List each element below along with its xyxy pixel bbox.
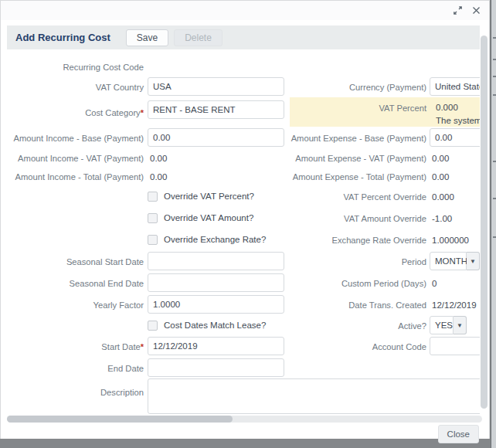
amount-expense-vat-label: Amount Expense - VAT (Payment) — [295, 154, 426, 163]
add-recurring-cost-dialog: Add Recurring Cost Save Delete Recurring… — [0, 0, 490, 439]
cost-dates-match-lease-label: Cost Dates Match Lease? — [164, 321, 266, 330]
override-vat-percent-label: Override VAT Percent? — [164, 192, 254, 201]
row-end-date: End Date — [7, 357, 480, 378]
vat-country-input[interactable] — [148, 77, 284, 96]
row-seasonal-end-custom-period: Seasonal End Date Custom Period (Days) 0 — [7, 272, 480, 294]
amount-income-vat-label: Amount Income - VAT (Payment) — [18, 154, 144, 163]
background-content-fragment — [493, 94, 496, 96]
period-dropdown-arrow-icon[interactable]: ▼ — [467, 252, 480, 270]
row-override-vat-percent: Override VAT Percent? VAT Percent Overri… — [7, 185, 480, 207]
active-dropdown-arrow-icon[interactable]: ▼ — [454, 316, 467, 334]
vat-percent-message: The system did — [436, 116, 480, 125]
period-select-value: MONTH — [430, 252, 467, 270]
seasonal-end-date-input[interactable] — [148, 273, 284, 292]
cost-dates-match-lease-checkbox[interactable] — [148, 321, 158, 331]
start-date-input[interactable] — [148, 337, 284, 355]
recurring-cost-form: Recurring Cost Code VAT Country Currency… — [7, 49, 480, 414]
custom-period-days-value: 0 — [430, 279, 437, 288]
amount-expense-total-label: Amount Expense - Total (Payment) — [293, 172, 426, 182]
background-content-fragment — [493, 59, 496, 60]
page-title: Add Recurring Cost — [15, 32, 110, 43]
yearly-factor-input[interactable] — [148, 295, 284, 314]
horizontal-scrollbar-thumb[interactable] — [7, 416, 233, 423]
period-select[interactable]: MONTH ▼ — [430, 252, 480, 270]
description-textarea[interactable] — [148, 378, 480, 414]
amount-income-total-label: Amount Income - Total (Payment) — [15, 172, 144, 182]
vat-percent-override-label: VAT Percent Override — [343, 192, 426, 202]
currency-payment-label: Currency (Payment) — [349, 83, 426, 92]
end-date-input[interactable] — [148, 358, 284, 377]
close-icon[interactable] — [471, 5, 482, 16]
custom-period-days-label: Custom Period (Days) — [341, 279, 426, 288]
account-code-input[interactable] — [430, 337, 480, 355]
amount-expense-total-value: 0.00 — [430, 172, 449, 182]
row-override-vat-amount: Override VAT Amount? VAT Amount Override… — [7, 207, 480, 229]
vat-percent-highlight: VAT Percent 0.000 The system did — [290, 97, 480, 127]
dialog-titlebar — [1, 1, 489, 20]
date-trans-created-label: Date Trans. Created — [348, 300, 426, 310]
active-select-value: YES — [430, 316, 454, 334]
override-vat-amount-checkbox[interactable] — [148, 213, 158, 223]
yearly-factor-label: Yearly Factor — [93, 300, 144, 310]
form-viewport: Recurring Cost Code VAT Country Currency… — [7, 49, 480, 414]
override-exchange-rate-label: Override Exchange Rate? — [164, 235, 266, 244]
override-exchange-rate-checkbox[interactable] — [148, 235, 158, 245]
background-content-fragment — [493, 37, 496, 39]
amount-income-vat-value: 0.00 — [148, 154, 167, 163]
amount-income-base-input[interactable] — [148, 128, 284, 147]
close-button[interactable]: Close — [438, 425, 479, 443]
row-seasonal-start-period: Seasonal Start Date Period MONTH ▼ — [7, 250, 480, 272]
override-vat-percent-checkbox[interactable] — [148, 192, 158, 202]
recurring-cost-code-label: Recurring Cost Code — [63, 63, 144, 72]
vat-amount-override-label: VAT Amount Override — [344, 214, 426, 223]
row-cost-dates-active: Cost Dates Match Lease? Active? YES ▼ — [7, 315, 480, 335]
date-trans-created-value: 12/12/2019 — [430, 300, 477, 310]
start-date-label: Start Date — [101, 342, 140, 351]
delete-button[interactable]: Delete — [174, 29, 223, 46]
row-amount-total: Amount Income - Total (Payment) 0.00 Amo… — [7, 167, 480, 185]
row-yearly-factor-date-created: Yearly Factor Date Trans. Created 12/12/… — [7, 294, 480, 315]
background-page-strip — [491, 0, 496, 448]
row-amount-base: Amount Income - Base (Payment) Amount Ex… — [7, 127, 480, 148]
cost-category-input[interactable] — [148, 100, 284, 119]
background-content-fragment — [493, 161, 496, 162]
seasonal-end-date-label: Seasonal End Date — [70, 279, 144, 288]
amount-income-total-value: 0.00 — [148, 172, 167, 182]
amount-income-base-label: Amount Income - Base (Payment) — [13, 134, 144, 143]
row-amount-vat: Amount Income - VAT (Payment) 0.00 Amoun… — [7, 148, 480, 167]
row-start-date-account-code: Start Date* Account Code — [7, 335, 480, 357]
row-override-exchange-rate: Override Exchange Rate? Exchange Rate Ov… — [7, 229, 480, 250]
vat-percent-value: 0.000 — [426, 103, 458, 112]
exchange-rate-override-label: Exchange Rate Override — [331, 236, 426, 245]
expand-icon[interactable] — [452, 5, 464, 16]
vat-amount-override-value: -1.00 — [430, 214, 452, 223]
amount-expense-vat-value: 0.00 — [430, 154, 449, 163]
override-vat-amount-label: Override VAT Amount? — [164, 213, 253, 222]
active-select[interactable]: YES ▼ — [430, 316, 480, 334]
vat-percent-override-value: 0.000 — [430, 192, 454, 202]
amount-expense-base-label: Amount Expense - Base (Payment) — [291, 134, 426, 143]
background-content-fragment — [493, 236, 496, 238]
row-description: Description — [7, 378, 480, 414]
amount-expense-base-input[interactable] — [430, 128, 480, 147]
horizontal-scrollbar-track[interactable] — [7, 416, 482, 423]
row-recurring-cost-code: Recurring Cost Code — [7, 57, 480, 76]
background-content-fragment — [493, 198, 496, 199]
period-label: Period — [402, 257, 426, 266]
row-vat-country-currency: VAT Country Currency (Payment) — [7, 76, 480, 97]
background-content-fragment — [493, 76, 496, 77]
seasonal-start-date-label: Seasonal Start Date — [66, 257, 144, 266]
vat-country-label: VAT Country — [96, 83, 144, 92]
active-label: Active? — [398, 321, 426, 331]
seasonal-start-date-input[interactable] — [148, 252, 284, 270]
cost-category-label: Cost Category — [85, 108, 141, 117]
description-label: Description — [100, 388, 144, 397]
exchange-rate-override-value: 1.000000 — [430, 236, 469, 245]
currency-payment-input[interactable] — [430, 77, 480, 96]
vat-percent-label: VAT Percent — [379, 104, 426, 113]
save-button[interactable]: Save — [126, 29, 168, 46]
panel-header: Add Recurring Cost Save Delete — [7, 25, 480, 49]
account-code-label: Account Code — [372, 342, 426, 351]
end-date-label: End Date — [107, 364, 144, 373]
vertical-scrollbar[interactable] — [481, 36, 488, 409]
